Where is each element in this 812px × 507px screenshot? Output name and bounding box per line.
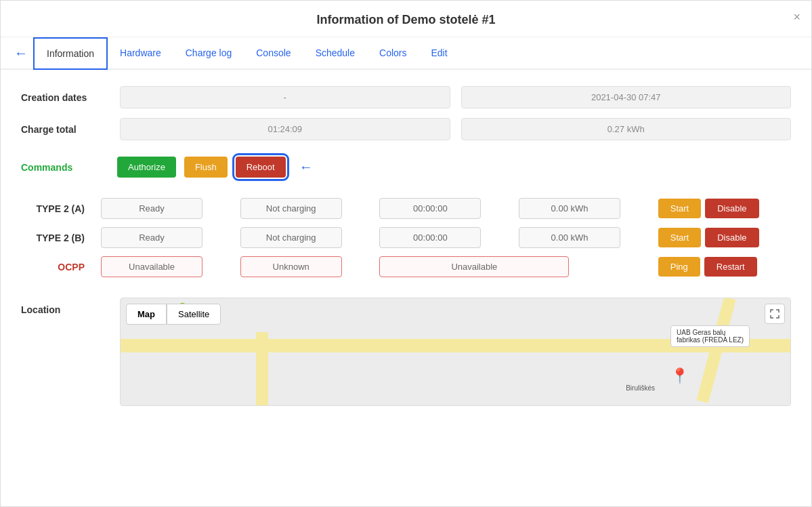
tab-edit[interactable]: Edit: [419, 38, 459, 68]
main-content: Creation dates - 2021-04-30 07:47 Charge…: [1, 70, 811, 422]
connector-b-disable-button[interactable]: Disable: [705, 228, 758, 247]
commands-row: Commands Authorize Flush Reboot ←: [21, 157, 791, 178]
connector-a-actions: Start Disable: [658, 199, 786, 218]
tab-colors[interactable]: Colors: [367, 38, 419, 68]
map-type-controls: Map Satellite: [126, 304, 221, 325]
connector-a-status: Ready: [101, 198, 202, 219]
connector-b-start-button[interactable]: Start: [658, 228, 701, 247]
flush-button[interactable]: Flush: [184, 157, 228, 178]
charge-total-label: Charge total: [21, 124, 109, 135]
table-row: OCPP Unavailable Unknown Unavailable Pin…: [21, 252, 791, 281]
connector-a-disable-button[interactable]: Disable: [705, 199, 758, 218]
tab-hardware[interactable]: Hardware: [108, 38, 173, 68]
close-button[interactable]: ×: [793, 10, 800, 24]
reboot-arrow: ←: [299, 159, 313, 175]
location-label: Location: [21, 298, 109, 315]
tab-console[interactable]: Console: [244, 38, 303, 68]
modal-title: Information of Demo stotelė #1: [28, 13, 784, 27]
map-fullscreen-button[interactable]: [765, 304, 785, 324]
map-container: UAB Geras balųfabrikas (FREDA LEZ) Birul…: [120, 298, 791, 406]
connector-a-start-button[interactable]: Start: [658, 199, 701, 218]
map-street-label: Biruliškės: [626, 384, 655, 392]
charge-total-field1: 01:24:09: [120, 118, 450, 140]
tab-arrow-left: ←: [14, 45, 28, 61]
creation-dates-label: Creation dates: [21, 92, 109, 103]
connector-ocpp-charging: Unknown: [240, 256, 342, 277]
modal-header: Information of Demo stotelė #1 ×: [1, 1, 811, 37]
connector-a-energy: 0.00 kWh: [519, 198, 620, 219]
connector-ocpp-unavailable: Unavailable: [379, 256, 569, 277]
reboot-button[interactable]: Reboot: [236, 157, 286, 178]
connectors-table: TYPE 2 (A) Ready Not charging 00:00:00 0…: [21, 194, 791, 281]
table-row: TYPE 2 (B) Ready Not charging 00:00:00 0…: [21, 223, 791, 252]
connector-a-charging: Not charging: [240, 198, 342, 219]
connector-b-actions: Start Disable: [658, 228, 786, 247]
table-row: TYPE 2 (A) Ready Not charging 00:00:00 0…: [21, 194, 791, 223]
charge-total-row: Charge total 01:24:09 0.27 kWh: [21, 118, 791, 140]
location-section: Location UAB Geras balųfabrikas (FREDA L…: [21, 298, 791, 406]
map-place-label: UAB Geras balųfabrikas (FREDA LEZ): [670, 325, 750, 347]
road-vertical: [256, 332, 268, 406]
modal: Information of Demo stotelė #1 × ← Infor…: [0, 0, 812, 507]
connector-ocpp-status: Unavailable: [101, 256, 202, 277]
tab-information[interactable]: Information: [33, 37, 108, 70]
connector-ocpp-restart-button[interactable]: Restart: [704, 257, 757, 277]
map-pin: 📍: [670, 367, 689, 385]
connector-b-time: 00:00:00: [379, 227, 481, 248]
connector-ocpp-actions: Ping Restart: [658, 257, 786, 277]
connector-label-b: TYPE 2 (B): [21, 223, 95, 252]
connector-b-energy: 0.00 kWh: [519, 227, 620, 248]
map-background: UAB Geras balųfabrikas (FREDA LEZ) Birul…: [121, 298, 790, 405]
info-section: Creation dates - 2021-04-30 07:47 Charge…: [21, 86, 791, 140]
connector-a-time: 00:00:00: [379, 198, 481, 219]
authorize-button[interactable]: Authorize: [117, 157, 176, 178]
creation-dates-row: Creation dates - 2021-04-30 07:47: [21, 86, 791, 108]
connector-b-status: Ready: [101, 227, 202, 248]
connector-label-ocpp: OCPP: [21, 252, 95, 281]
map-button[interactable]: Map: [126, 304, 167, 325]
tab-schedule[interactable]: Schedule: [303, 38, 367, 68]
creation-dates-field1: -: [120, 86, 450, 108]
tab-bar: ← Information Hardware Charge log Consol…: [1, 37, 811, 70]
connector-b-charging: Not charging: [240, 227, 342, 248]
tab-charge-log[interactable]: Charge log: [173, 38, 244, 68]
creation-dates-field2: 2021-04-30 07:47: [461, 86, 792, 108]
connector-label-a: TYPE 2 (A): [21, 194, 95, 223]
connector-ocpp-ping-button[interactable]: Ping: [658, 257, 700, 277]
charge-total-field2: 0.27 kWh: [461, 118, 792, 140]
commands-label: Commands: [21, 162, 109, 173]
satellite-button[interactable]: Satellite: [167, 304, 221, 325]
